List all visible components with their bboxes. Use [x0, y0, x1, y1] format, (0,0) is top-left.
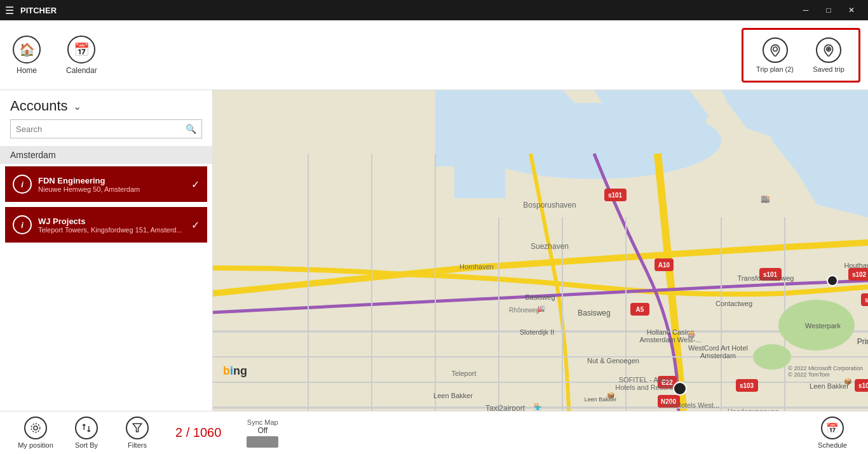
content-area: Accounts ⌄ 🔍 Amsterdam i FDN Engineering…	[0, 90, 868, 411]
svg-text:Sloterdijk II: Sloterdijk II	[520, 328, 554, 336]
svg-text:s103: s103	[858, 382, 868, 389]
svg-text:Suezhaven: Suezhaven	[531, 242, 569, 251]
saved-trip-button[interactable]: Saved trip	[806, 35, 851, 76]
sync-toggle[interactable]	[247, 436, 278, 448]
search-icon: 🔍	[180, 120, 201, 138]
calendar-button[interactable]: 📅 Calendar	[61, 30, 102, 80]
filters-button[interactable]: Filters	[112, 414, 163, 451]
svg-text:WestCord Art Hotel: WestCord Art Hotel	[688, 344, 748, 352]
sort-by-icon	[75, 417, 98, 439]
accounts-chevron-icon[interactable]: ⌄	[73, 100, 81, 112]
svg-text:Taxi2airport: Taxi2airport	[485, 404, 526, 411]
svg-text:A10: A10	[658, 262, 670, 269]
svg-text:🎰: 🎰	[688, 330, 696, 338]
svg-text:s101: s101	[608, 192, 623, 199]
account-text-2: WJ Projects Teleport Towers, Kingsfordwe…	[38, 217, 187, 234]
svg-text:🏬: 🏬	[761, 194, 770, 203]
svg-point-13	[753, 344, 791, 370]
svg-text:Nut & Genoegen: Nut & Genoegen	[587, 357, 639, 364]
svg-text:🏪: 🏪	[534, 403, 542, 411]
account-check-icon-2: ✓	[191, 219, 200, 231]
filters-icon	[126, 417, 149, 439]
maximize-button[interactable]: □	[817, 0, 840, 20]
accounts-title: Accounts	[10, 98, 68, 114]
calendar-label: Calendar	[66, 66, 97, 75]
toolbar-left: 🏠 Home 📅 Calendar	[8, 30, 742, 80]
my-position-icon	[24, 417, 47, 439]
main-area: 🏠 Home 📅 Calendar Trip plan (2)	[0, 20, 868, 454]
svg-text:s102: s102	[865, 297, 868, 304]
saved-trip-icon	[816, 37, 841, 63]
svg-text:Hotels and Resorts: Hotels and Resorts	[615, 384, 675, 391]
svg-text:Westerpark: Westerpark	[805, 322, 841, 330]
svg-text:Leen Bakker: Leen Bakker	[433, 392, 473, 399]
home-button[interactable]: 🏠 Home	[8, 30, 46, 80]
svg-point-0	[773, 47, 777, 51]
account-check-icon: ✓	[191, 178, 200, 190]
sort-by-label: Sort By	[75, 441, 98, 449]
trip-plan-button[interactable]: Trip plan (2)	[751, 35, 799, 76]
trip-buttons-group: Trip plan (2) Saved trip	[742, 28, 860, 83]
close-button[interactable]: ✕	[840, 0, 863, 20]
bottom-bar: My position Sort By Filters 2 / 1060 Syn…	[0, 411, 868, 454]
svg-text:s103: s103	[740, 382, 754, 389]
svg-text:Basisweg: Basisweg	[525, 293, 555, 301]
svg-marker-89	[133, 424, 142, 432]
account-info-icon-2: i	[13, 215, 32, 234]
svg-point-88	[31, 424, 40, 432]
svg-text:Hornhaven: Hornhaven	[459, 263, 494, 270]
sidebar: Accounts ⌄ 🔍 Amsterdam i FDN Engineering…	[0, 90, 213, 411]
sync-map-label: Sync Map	[247, 418, 278, 426]
account-item-wj[interactable]: i WJ Projects Teleport Towers, Kingsford…	[5, 207, 207, 243]
trip-plan-label: Trip plan (2)	[756, 65, 794, 73]
trip-plan-icon	[763, 37, 788, 63]
home-icon: 🏠	[13, 36, 41, 63]
saved-trip-label: Saved trip	[813, 65, 844, 73]
filters-label: Filters	[128, 441, 147, 449]
svg-text:Contactweg: Contactweg	[715, 300, 752, 307]
account-name-2: WJ Projects	[38, 217, 187, 226]
bing-logo: bing	[223, 364, 247, 378]
svg-rect-7	[454, 160, 505, 198]
svg-text:Rhôneweg: Rhôneweg	[509, 307, 539, 314]
account-address-2: Teleport Towers, Kingsfordweg 151, Amste…	[38, 226, 187, 234]
svg-text:Amsterdam: Amsterdam	[700, 352, 736, 359]
svg-text:📦: 📦	[607, 391, 615, 399]
svg-point-87	[34, 426, 37, 430]
svg-text:s102: s102	[852, 271, 867, 278]
count-display: 2 / 1060	[175, 425, 221, 440]
calendar-icon: 📅	[67, 36, 95, 63]
svg-text:Transformatorweg: Transformatorweg	[738, 274, 794, 282]
svg-text:Leen Bakker: Leen Bakker	[810, 382, 849, 390]
svg-text:Bosporushaven: Bosporushaven	[523, 201, 576, 210]
account-info-icon: i	[13, 175, 32, 194]
svg-text:🏭: 🏭	[537, 304, 545, 312]
account-item-fdn[interactable]: i FDN Engineering Nieuwe Hemweg 50, Amst…	[5, 166, 207, 202]
sync-value: Off	[257, 426, 268, 435]
svg-text:Prinseneiland: Prinseneiland	[857, 337, 868, 346]
menu-icon[interactable]: ☰	[5, 4, 14, 17]
svg-text:SOFITEL - Accor: SOFITEL - Accor	[619, 376, 672, 384]
sort-by-button[interactable]: Sort By	[61, 414, 112, 451]
schedule-label: Schedule	[818, 441, 847, 449]
svg-text:Basisweg: Basisweg	[578, 309, 610, 317]
titlebar: ☰ PITCHER ─ □ ✕	[0, 0, 868, 20]
account-name: FDN Engineering	[38, 176, 187, 185]
my-position-button[interactable]: My position	[10, 414, 61, 451]
svg-text:Houthaven: Houthaven	[844, 262, 868, 269]
svg-text:A5: A5	[636, 306, 644, 313]
account-address: Nieuwe Hemweg 50, Amsterdam	[38, 185, 187, 193]
account-text: FDN Engineering Nieuwe Hemweg 50, Amster…	[38, 176, 187, 193]
search-box[interactable]: 🔍	[10, 119, 202, 138]
schedule-button[interactable]: 📅 Schedule	[807, 414, 858, 451]
sync-section: Sync Map Off	[247, 418, 278, 448]
svg-text:XO Hotels: XO Hotels	[664, 401, 696, 409]
group-label: Amsterdam	[0, 146, 212, 164]
map-area[interactable]: A10 A5 E22 N200 s104 s103 s103 s101 s102…	[213, 90, 868, 411]
minimize-button[interactable]: ─	[794, 0, 817, 20]
search-input[interactable]	[11, 121, 180, 138]
svg-text:Teleport: Teleport	[451, 370, 476, 377]
svg-point-78	[674, 382, 686, 395]
map-copyright: © 2022 Microsoft Corporation© 2022 TomTo…	[788, 365, 863, 378]
svg-point-77	[827, 276, 837, 286]
